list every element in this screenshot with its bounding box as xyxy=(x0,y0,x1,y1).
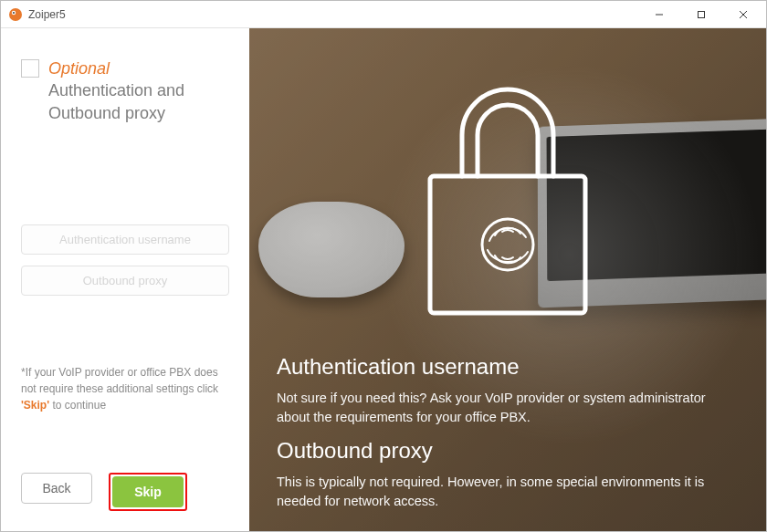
skip-button-label: Skip xyxy=(134,485,162,499)
footer-buttons: Back Skip xyxy=(21,454,229,511)
window-title: Zoiper5 xyxy=(28,8,638,21)
hint-text: *If your VoIP provider or office PBX doe… xyxy=(21,364,229,413)
step-title: Optional Authentication and Outbound pro… xyxy=(48,57,229,124)
svg-rect-4 xyxy=(699,11,705,17)
title-bar: Zoiper5 xyxy=(1,1,766,28)
info-text: Authentication username Not sure if you … xyxy=(277,343,739,511)
lock-icon xyxy=(412,57,604,335)
svg-point-2 xyxy=(13,12,15,14)
right-panel: Authentication username Not sure if you … xyxy=(249,28,766,531)
minimize-button[interactable] xyxy=(638,1,680,27)
back-button[interactable]: Back xyxy=(21,473,92,504)
window-controls xyxy=(638,1,764,27)
info-heading-proxy: Outbound proxy xyxy=(277,438,739,464)
inputs-group: Authentication username Outbound proxy xyxy=(21,224,229,296)
step-header: Optional Authentication and Outbound pro… xyxy=(21,57,229,124)
step-subtitle: Authentication and Outbound proxy xyxy=(48,81,184,121)
optional-label: Optional xyxy=(48,59,110,78)
hint-suffix: to continue xyxy=(49,399,106,412)
app-icon xyxy=(8,7,23,22)
app-window: Zoiper5 Optional Authentication and Outb… xyxy=(0,0,767,532)
close-button[interactable] xyxy=(722,1,764,27)
skip-button[interactable]: Skip xyxy=(112,476,184,507)
info-para-auth: Not sure if you need this? Ask your VoIP… xyxy=(277,389,739,427)
svg-rect-7 xyxy=(430,176,585,313)
maximize-button[interactable] xyxy=(680,1,722,27)
hint-keyword: 'Skip' xyxy=(21,399,49,412)
auth-username-placeholder: Authentication username xyxy=(59,233,191,246)
back-button-label: Back xyxy=(42,481,70,495)
content: Optional Authentication and Outbound pro… xyxy=(1,28,766,531)
hint-prefix: *If your VoIP provider or office PBX doe… xyxy=(21,366,218,395)
info-heading-auth: Authentication username xyxy=(277,354,739,380)
outbound-proxy-placeholder: Outbound proxy xyxy=(83,274,168,287)
info-para-proxy: This is typically not required. However,… xyxy=(277,473,739,511)
optional-checkbox[interactable] xyxy=(21,59,39,78)
left-panel: Optional Authentication and Outbound pro… xyxy=(1,28,249,531)
auth-username-input[interactable]: Authentication username xyxy=(21,224,229,255)
skip-highlight: Skip xyxy=(109,473,187,511)
outbound-proxy-input[interactable]: Outbound proxy xyxy=(21,266,229,296)
svg-point-0 xyxy=(9,8,22,21)
mouse-graphic xyxy=(258,202,405,297)
